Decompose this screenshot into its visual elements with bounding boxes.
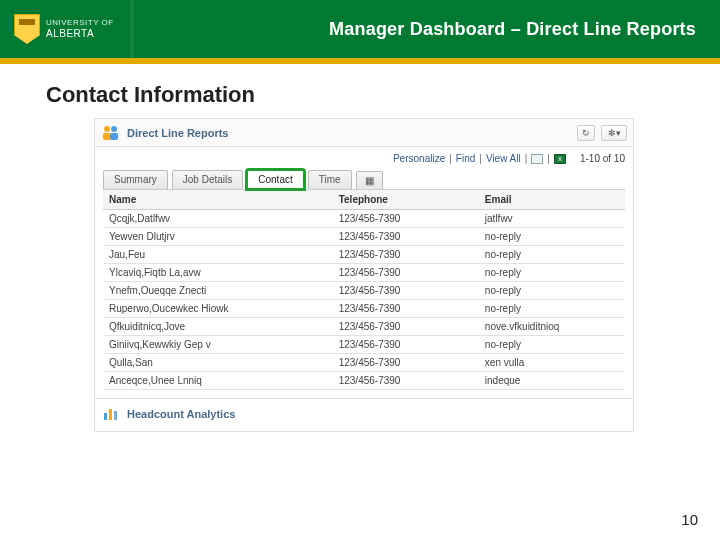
people-icon <box>101 124 121 142</box>
table-row[interactable]: Yewven Dlutjrv123/456-7390no-reply <box>103 228 625 246</box>
cell-email: xen vulla <box>479 354 625 372</box>
cell-name: Qfkuiditnicq,Jove <box>103 318 333 336</box>
tab-contact[interactable]: Contact <box>247 170 303 189</box>
panel-title: Direct Line Reports <box>127 127 228 139</box>
expand-tabs-icon: ▦ <box>365 175 374 186</box>
direct-line-reports-panel: Direct Line Reports ↻ ✻ ▾ Personalize | … <box>94 118 634 432</box>
cell-name: Qcqjk,Datlfwv <box>103 210 333 228</box>
table-row[interactable]: Ruperwo,Oucewkec Hiowk123/456-7390no-rep… <box>103 300 625 318</box>
panel-header: Direct Line Reports ↻ ✻ ▾ <box>95 119 633 147</box>
slide-title: Manager Dashboard – Direct Line Reports <box>329 19 696 40</box>
university-name: UNIVERSITY OF ALBERTA <box>46 19 114 39</box>
cell-email: no-reply <box>479 282 625 300</box>
personalize-link[interactable]: Personalize <box>393 153 445 164</box>
cell-phone: 123/456-7390 <box>333 282 479 300</box>
export-excel-icon[interactable]: x <box>554 154 566 164</box>
table-row[interactable]: Qcqjk,Datlfwv123/456-7390jatlfwv <box>103 210 625 228</box>
cell-phone: 123/456-7390 <box>333 354 479 372</box>
cell-name: Yewven Dlutjrv <box>103 228 333 246</box>
zoom-grid-icon[interactable] <box>531 154 543 164</box>
bar-chart-icon <box>103 407 121 421</box>
table-row[interactable]: Anceqce,Unee Lnniq123/456-7390indeque <box>103 372 625 390</box>
cell-phone: 123/456-7390 <box>333 246 479 264</box>
col-email[interactable]: Email <box>479 190 625 210</box>
refresh-button[interactable]: ↻ <box>577 125 595 141</box>
table-row[interactable]: Qfkuiditnicq,Jove123/456-7390nove.vfkuid… <box>103 318 625 336</box>
svg-rect-4 <box>104 413 107 420</box>
cell-phone: 123/456-7390 <box>333 210 479 228</box>
cell-email: no-reply <box>479 228 625 246</box>
view-all-link[interactable]: View All <box>486 153 521 164</box>
gear-icon: ✻ <box>608 128 616 138</box>
table-row[interactable]: Jau,Feu123/456-7390no-reply <box>103 246 625 264</box>
cell-phone: 123/456-7390 <box>333 318 479 336</box>
cell-name: Anceqce,Unee Lnniq <box>103 372 333 390</box>
cell-name: Ynefm,Oueqqe Znecti <box>103 282 333 300</box>
grid-toolbar: Personalize | Find | View All | | x 1-10… <box>95 147 633 164</box>
cell-email: no-reply <box>479 246 625 264</box>
cell-email: jatlfwv <box>479 210 625 228</box>
contact-table: Name Telephone Email Qcqjk,Datlfwv123/45… <box>103 189 625 390</box>
cell-email: indeque <box>479 372 625 390</box>
section-title: Contact Information <box>46 82 720 108</box>
panel-menu-button[interactable]: ✻ ▾ <box>601 125 627 141</box>
svg-rect-5 <box>109 409 112 420</box>
cell-email: no-reply <box>479 264 625 282</box>
svg-rect-3 <box>110 133 118 140</box>
svg-point-0 <box>104 126 110 132</box>
tab-job-details[interactable]: Job Details <box>172 170 243 189</box>
university-logo: UNIVERSITY OF ALBERTA <box>14 14 114 44</box>
slide-header: UNIVERSITY OF ALBERTA Manager Dashboard … <box>0 0 720 58</box>
tab-summary[interactable]: Summary <box>103 170 168 189</box>
cell-name: Jau,Feu <box>103 246 333 264</box>
table-row[interactable]: Qulla,San123/456-7390xen vulla <box>103 354 625 372</box>
find-link[interactable]: Find <box>456 153 475 164</box>
cell-phone: 123/456-7390 <box>333 264 479 282</box>
table-row[interactable]: Ynefm,Oueqqe Znecti123/456-7390no-reply <box>103 282 625 300</box>
svg-rect-6 <box>114 411 117 420</box>
cell-phone: 123/456-7390 <box>333 336 479 354</box>
tabs: Summary Job Details Contact Time ▦ <box>95 166 633 189</box>
cell-phone: 123/456-7390 <box>333 228 479 246</box>
cell-name: Ylcaviq,Fiqtb La,avw <box>103 264 333 282</box>
tab-time[interactable]: Time <box>308 170 352 189</box>
svg-point-1 <box>111 126 117 132</box>
row-count: 1-10 of 10 <box>580 153 625 164</box>
svg-rect-2 <box>103 133 111 140</box>
headcount-panel-header: Headcount Analytics <box>95 398 633 431</box>
cell-name: Ruperwo,Oucewkec Hiowk <box>103 300 333 318</box>
chevron-down-icon: ▾ <box>616 128 621 138</box>
cell-email: no-reply <box>479 300 625 318</box>
cell-phone: 123/456-7390 <box>333 372 479 390</box>
col-name[interactable]: Name <box>103 190 333 210</box>
headcount-title: Headcount Analytics <box>127 408 235 420</box>
cell-email: nove.vfkuiditnioq <box>479 318 625 336</box>
table-row[interactable]: Giniivq,Kewwkiy Gep v123/456-7390no-repl… <box>103 336 625 354</box>
tab-show-all-columns[interactable]: ▦ <box>356 171 383 189</box>
cell-name: Qulla,San <box>103 354 333 372</box>
table-row[interactable]: Ylcaviq,Fiqtb La,avw123/456-7390no-reply <box>103 264 625 282</box>
col-telephone[interactable]: Telephone <box>333 190 479 210</box>
header-divider <box>130 0 134 58</box>
cell-email: no-reply <box>479 336 625 354</box>
cell-name: Giniivq,Kewwkiy Gep v <box>103 336 333 354</box>
page-number: 10 <box>681 511 698 528</box>
shield-icon <box>14 14 40 44</box>
cell-phone: 123/456-7390 <box>333 300 479 318</box>
